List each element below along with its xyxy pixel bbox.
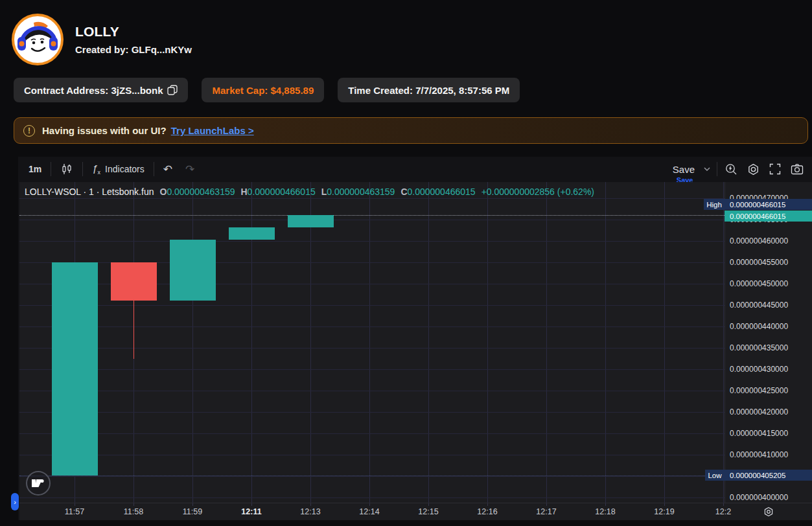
toolbar-separator [717, 162, 717, 176]
price-axis[interactable]: 0.0000004700000.0000004650000.0000004600… [725, 182, 812, 503]
time-label: 11:59 [183, 507, 202, 516]
fullscreen-icon [769, 163, 781, 175]
price-tick-label: 0.000000455000 [730, 258, 788, 267]
candle-11:59 [170, 240, 216, 301]
legend-high-value: 0.000000466015 [248, 187, 316, 197]
price-axis-border [725, 182, 725, 520]
legend-low-key: L [321, 187, 327, 197]
indicators-fx-icon: ƒx [92, 163, 100, 176]
contract-address-chip[interactable]: Contract Address: 3jZS...bonk [14, 78, 188, 102]
time-tick-mark [75, 503, 75, 506]
legend-symbol[interactable]: LOLLY-WSOL · 1 · Letsbonk.fun [25, 187, 154, 197]
time-tick-mark [192, 503, 193, 506]
horizontal-gridline [19, 326, 725, 327]
ui-issues-banner: ! Having issues with our UI? Try LaunchL… [14, 117, 808, 144]
lolly-mascot-icon [14, 16, 61, 63]
tradingview-logo[interactable] [26, 471, 51, 496]
time-tick-mark [251, 503, 252, 506]
time-label: 12:14 [359, 507, 379, 516]
time-label: 11:58 [124, 507, 143, 516]
save-label: Save [673, 164, 695, 175]
candlestick-style-icon [60, 163, 73, 176]
price-tick-label: 0.000000435000 [730, 343, 788, 352]
price-tick-label: 0.000000460000 [730, 236, 788, 246]
gear-icon [763, 507, 774, 517]
time-tick-mark [546, 503, 547, 506]
fullscreen-button[interactable] [764, 160, 786, 178]
quick-search-button[interactable] [720, 160, 742, 178]
last-price-badge: 0.000000466015 [725, 211, 812, 222]
chart-style-button[interactable] [54, 160, 80, 178]
legend-high-key: H [240, 187, 247, 197]
price-tick-label: 0.000000445000 [730, 301, 788, 310]
snapshot-button[interactable] [786, 160, 808, 178]
time-tick-mark [310, 503, 311, 506]
horizontal-gridline [19, 369, 725, 370]
legend-close-value: 0.000000466015 [408, 187, 476, 197]
time-axis[interactable]: 11:5711:5811:5912:1112:1312:1412:1512:16… [19, 503, 812, 520]
chart-plot-area[interactable]: LOLLY-WSOL · 1 · Letsbonk.fun O0.0000004… [19, 182, 725, 503]
chart-legend: LOLLY-WSOL · 1 · Letsbonk.fun O0.0000004… [25, 187, 594, 197]
quick-search-icon [725, 163, 737, 176]
price-tick-label: 0.000000425000 [730, 386, 788, 395]
candle-wick [133, 301, 134, 359]
price-tick-label: 0.000000410000 [730, 450, 788, 459]
candle-12:13 [288, 215, 334, 227]
undo-button[interactable]: ↶ [157, 160, 179, 178]
horizontal-gridline [19, 455, 725, 455]
price-tick-label: 0.000000430000 [730, 365, 788, 374]
expand-drawing-toolbar-handle[interactable]: › [11, 493, 19, 510]
time-tick-mark [428, 503, 429, 506]
time-label: 12:18 [595, 507, 615, 516]
price-tick-label: 0.000000440000 [730, 322, 788, 331]
horizontal-gridline [19, 476, 725, 477]
market-cap-chip: Market Cap: $4,885.89 [202, 78, 324, 102]
camera-snapshot-icon [791, 163, 804, 175]
legend-open-key: O [159, 187, 167, 197]
low-price-badge: 0.000000405205 [725, 470, 812, 481]
token-avatar [12, 14, 64, 65]
time-created-chip: Time Created: 7/7/2025, 8:57:56 PM [338, 78, 520, 102]
time-tick-mark [369, 503, 370, 506]
high-price-badge: 0.000000466015 [725, 199, 812, 210]
price-tick-label: 0.000000415000 [730, 429, 788, 438]
price-tick-label: 0.000000420000 [730, 407, 788, 417]
legend-open-value: 0.000000463159 [167, 187, 235, 197]
chart-toolbar: 1m ƒx Indicators ↶ ↷ Save Save [18, 157, 812, 181]
time-label: 12:13 [300, 507, 320, 516]
chevron-down-icon[interactable] [700, 166, 714, 172]
horizontal-gridline [19, 220, 725, 220]
time-created-text: Time Created: 7/7/2025, 8:57:56 PM [348, 85, 509, 96]
time-tick-mark [487, 503, 488, 506]
toolbar-separator [51, 162, 51, 176]
horizontal-gridline [19, 497, 725, 498]
candle-12:11 [229, 227, 275, 240]
horizontal-gridline [19, 348, 725, 349]
axis-settings-corner[interactable] [725, 503, 812, 520]
redo-button[interactable]: ↷ [179, 160, 201, 178]
indicators-label: Indicators [105, 164, 145, 174]
horizontal-gridline [19, 198, 725, 199]
token-header: LOLLY Created by: GLFq...nKYw [12, 14, 192, 65]
candle-11:58 [111, 262, 157, 301]
copy-icon[interactable] [167, 85, 178, 95]
toolbar-separator [154, 162, 154, 176]
legend-low-value: 0.000000463159 [327, 187, 395, 197]
price-tick-label: 0.000000450000 [730, 279, 788, 288]
banner-text: Having issues with our UI? [42, 125, 167, 136]
gear-icon [747, 163, 760, 176]
interval-button[interactable]: 1m [22, 160, 48, 178]
time-tick-mark [664, 503, 665, 506]
indicators-button[interactable]: ƒx Indicators [86, 160, 151, 178]
launchlabs-link[interactable]: Try LaunchLabs > [171, 125, 254, 136]
time-label: 11:57 [65, 507, 84, 516]
high-line-label: High [704, 199, 725, 210]
tradingview-mark-icon [31, 478, 45, 488]
save-layout-button[interactable]: Save Save [673, 164, 714, 175]
time-label: 12:15 [418, 507, 438, 516]
horizontal-gridline [19, 433, 725, 434]
info-chips-row: Contract Address: 3jZS...bonk Market Cap… [14, 78, 520, 102]
chart-settings-button[interactable] [742, 160, 764, 178]
time-tick-mark [133, 503, 134, 506]
toolbar-separator [82, 162, 83, 176]
